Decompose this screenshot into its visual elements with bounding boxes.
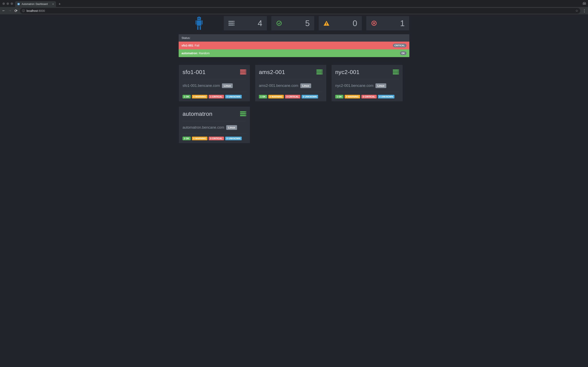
summary-row: 4 5 0 1 (179, 16, 409, 31)
summary-servers: 4 (224, 16, 267, 31)
status-badge: CRITICAL (393, 44, 406, 47)
svg-rect-4 (199, 16, 199, 17)
window-minimize-icon[interactable] (7, 2, 9, 5)
status-badge: OK (400, 51, 407, 55)
status-row[interactable]: automatron: Random OK (179, 49, 409, 57)
pill-warning: 0 WARNING (192, 95, 208, 99)
status-pills: 2 OK 0 WARNING 0 CRITICAL 0 UNKNOWN (182, 134, 246, 140)
summary-warning-count: 0 (330, 19, 358, 28)
pill-ok: 1 OK (335, 95, 343, 99)
svg-point-47 (245, 113, 246, 114)
svg-rect-5 (199, 16, 200, 17)
critical-icon (370, 20, 378, 26)
server-fqdn: nyc2-001.bencane.com (335, 83, 373, 88)
pill-warning: 0 WARNING (268, 95, 284, 99)
browser-toolbar: ← → ⟳ ⓘ localhost:8000 ☆ ⋮ (0, 7, 588, 15)
pill-ok: 2 OK (182, 137, 191, 140)
robot-icon (195, 16, 203, 30)
browser-chrome: Automatron: Dashboard × + ← → ⟳ ⓘ localh… (0, 0, 588, 15)
page: 4 5 0 1 Status: (0, 15, 588, 143)
pill-critical: 0 CRITICAL (285, 95, 300, 99)
pill-unknown: 0 UNKNOWN (378, 95, 395, 99)
server-card[interactable]: nyc2-001 nyc2-001.bencane.com Linux 1 OK… (331, 65, 403, 101)
container: 4 5 0 1 Status: (179, 15, 409, 143)
svg-point-42 (398, 73, 398, 74)
server-fqdn: sfo1-001.bencane.com (182, 83, 220, 88)
window-close-icon[interactable] (2, 2, 5, 5)
summary-ok-count: 5 (283, 19, 311, 28)
back-button[interactable]: ← (2, 8, 6, 13)
tab-close-icon[interactable]: × (52, 3, 54, 6)
app-logo (179, 16, 219, 31)
summary-warning: 0 (319, 16, 362, 31)
server-status-icon (240, 69, 246, 75)
status-header: Status: (179, 34, 409, 42)
status-row[interactable]: sfo1-001: Fail CRITICAL (179, 42, 409, 49)
info-icon: ⓘ (22, 9, 25, 13)
pill-unknown: 0 UNKNOWN (225, 137, 242, 140)
pill-warning: 0 WARNING (345, 95, 360, 99)
incognito-icon (582, 2, 586, 7)
svg-rect-1 (18, 4, 19, 4)
pill-critical: 0 CRITICAL (209, 137, 224, 140)
svg-point-48 (245, 115, 246, 116)
divider (179, 61, 409, 61)
window-zoom-icon[interactable] (11, 2, 13, 5)
status-panel: Status: sfo1-001: Fail CRITICAL automatr… (179, 34, 409, 57)
browser-menu-icon[interactable]: ⋮ (582, 8, 586, 13)
summary-critical: 1 (366, 16, 410, 31)
status-msg: : Fail (193, 44, 199, 47)
bookmark-icon[interactable]: ☆ (575, 9, 578, 13)
url-port: :8000 (38, 9, 45, 12)
svg-point-36 (321, 73, 322, 74)
warning-icon (322, 21, 330, 26)
svg-rect-11 (200, 26, 201, 30)
svg-point-16 (233, 23, 234, 24)
summary-critical-count: 1 (378, 19, 406, 28)
os-chip: Linux (222, 83, 233, 88)
svg-point-35 (321, 72, 322, 72)
server-name: nyc2-001 (335, 69, 360, 75)
status-pills: 1 OK 0 WARNING 1 CRITICAL 0 UNKNOWN (182, 92, 246, 99)
server-name: sfo1-001 (182, 69, 206, 75)
server-cards: sfo1-001 sfo1-001.bencane.com Linux 1 OK… (179, 65, 409, 143)
url-host: localhost (26, 9, 38, 12)
status-host: sfo1-001 (182, 44, 193, 47)
new-tab-button[interactable]: + (57, 2, 62, 7)
pill-ok: 1 OK (182, 95, 191, 99)
os-chip: Linux (300, 83, 311, 88)
svg-point-30 (245, 73, 246, 74)
svg-rect-8 (196, 20, 196, 25)
svg-point-28 (245, 70, 246, 70)
status-host: automatron (182, 52, 197, 55)
window-controls[interactable] (2, 2, 15, 7)
svg-rect-9 (202, 20, 203, 25)
summary-ok: 5 (271, 16, 315, 31)
svg-point-34 (321, 70, 322, 70)
server-fqdn: automatron.bencane.com (182, 125, 224, 130)
svg-rect-10 (197, 26, 199, 30)
tab-strip: Automatron: Dashboard × + (0, 0, 588, 7)
tab-favicon-icon (17, 3, 20, 6)
server-fqdn: ams2-001.bencane.com (259, 83, 298, 88)
server-card[interactable]: ams2-001 ams2-001.bencane.com Linux 1 OK… (255, 65, 327, 101)
svg-point-15 (233, 21, 234, 22)
forward-button[interactable]: → (8, 8, 12, 13)
pill-warning: 0 WARNING (192, 137, 208, 140)
svg-point-40 (398, 70, 398, 70)
status-pills: 1 OK 0 WARNING 0 CRITICAL 0 UNKNOWN (335, 92, 399, 99)
browser-tab[interactable]: Automatron: Dashboard × (15, 1, 56, 7)
reload-button[interactable]: ⟳ (14, 8, 18, 13)
server-status-icon (316, 69, 323, 75)
svg-rect-21 (326, 25, 327, 25)
svg-point-46 (245, 111, 246, 112)
server-card[interactable]: automatron automatron.bencane.com Linux … (179, 106, 250, 143)
server-status-icon (393, 69, 399, 75)
ok-icon (275, 20, 283, 26)
pill-critical: 0 CRITICAL (361, 95, 377, 99)
pill-unknown: 0 UNKNOWN (225, 95, 242, 99)
server-card[interactable]: sfo1-001 sfo1-001.bencane.com Linux 1 OK… (179, 65, 250, 101)
address-bar[interactable]: ⓘ localhost:8000 ☆ (20, 8, 580, 14)
svg-point-29 (245, 72, 246, 72)
svg-point-18 (277, 21, 281, 25)
